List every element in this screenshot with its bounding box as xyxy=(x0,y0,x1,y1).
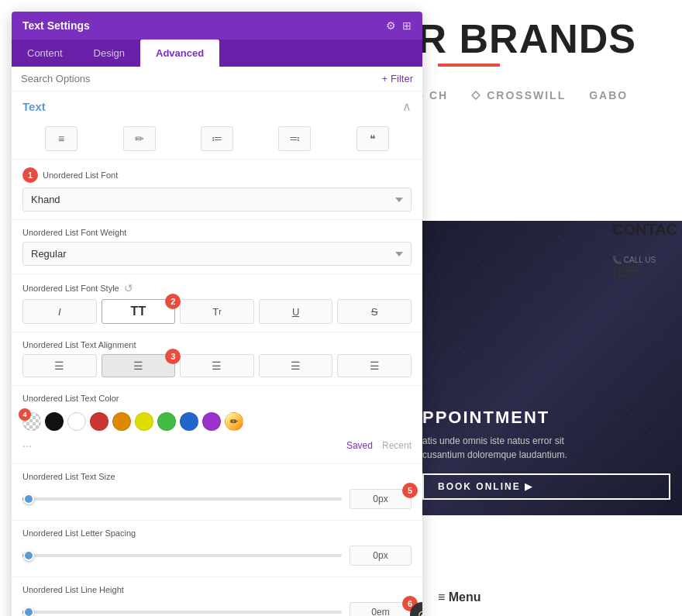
panel-header-icons: ⚙ ⊞ xyxy=(386,19,412,32)
field-unordered-list-font: 1 Unordered List Font Khand Arial Roboto xyxy=(12,160,422,220)
field-label-line-height: Unordered List Line Height xyxy=(22,585,412,594)
bg-appointment-title: PPOINTMENT xyxy=(422,408,670,428)
filter-label: Filter xyxy=(391,73,413,84)
field-font-style: Unordered List Font Style ↺ I TT 2 Tr U … xyxy=(12,274,422,332)
reset-icon[interactable]: ↺ xyxy=(124,282,133,294)
align-left[interactable]: ☰ xyxy=(22,354,97,377)
text-settings-panel: Text Settings ⚙ ⊞ Content Design Advance… xyxy=(12,12,422,616)
panel-header: Text Settings ⚙ ⊞ xyxy=(12,12,422,40)
bg-title: UR BRANDS xyxy=(388,15,636,62)
color-tabs: Saved Recent xyxy=(346,437,412,454)
field-text-alignment: Unordered List Text Alignment ☰ ☰ 3 ☰ ☰ … xyxy=(12,332,422,386)
text-section-header[interactable]: Text ∧ xyxy=(12,91,422,122)
style-btn-italic[interactable]: I xyxy=(22,299,97,324)
bg-red-line xyxy=(438,64,500,67)
format-icon-pen[interactable]: ✏ xyxy=(123,126,156,151)
align-right[interactable]: ☰ xyxy=(180,354,254,377)
section-toggle-icon: ∧ xyxy=(402,99,412,114)
slider-thumb-spacing[interactable] xyxy=(23,550,34,561)
color-tab-recent[interactable]: Recent xyxy=(382,440,412,451)
field-line-height: Unordered List Line Height 6 xyxy=(12,577,422,616)
format-icon-ordered[interactable]: ≕ xyxy=(278,126,311,151)
panel-title: Text Settings xyxy=(22,19,90,32)
color-white[interactable] xyxy=(67,412,86,431)
slider-text-size: 5 xyxy=(22,486,412,512)
field-font-weight: Unordered List Font Weight Regular Bold … xyxy=(12,220,422,274)
bg-logo-1: ⬧ CH xyxy=(418,89,448,102)
style-buttons: I TT 2 Tr U S xyxy=(22,299,412,324)
label-text-style: Unordered List Font Style xyxy=(22,284,119,293)
align-none[interactable]: ☰ xyxy=(337,354,412,377)
color-purple[interactable] xyxy=(202,412,221,431)
field-label-font: 1 Unordered List Font xyxy=(22,167,412,183)
badge-1: 1 xyxy=(22,167,38,183)
format-icon-list[interactable]: ≔ xyxy=(201,126,233,151)
style-btn-bold[interactable]: TT 2 xyxy=(102,299,176,324)
tab-design[interactable]: Design xyxy=(78,40,140,67)
tab-content[interactable]: Content xyxy=(12,40,78,67)
bg-phone-section: 📞 CALL US (255 xyxy=(612,256,656,280)
align-buttons: ☰ ☰ 3 ☰ ☰ ☰ xyxy=(22,354,412,377)
label-text: Unordered List Font xyxy=(43,170,118,180)
format-icon-quote[interactable]: ❝ xyxy=(356,126,389,151)
more-colors-icon[interactable]: ··· xyxy=(22,439,32,452)
expand-icon[interactable]: ⊞ xyxy=(402,19,412,32)
color-orange[interactable] xyxy=(112,412,131,431)
style-btn-underline[interactable]: U xyxy=(259,299,333,324)
badge-2: 2 xyxy=(165,294,181,309)
color-yellow[interactable] xyxy=(135,412,153,431)
align-justify[interactable]: ☰ xyxy=(259,354,333,377)
bg-menu-footer[interactable]: ≡ Menu xyxy=(438,590,481,604)
field-text-color: Unordered List Text Color 4 ✏ ··· Saved xyxy=(12,386,422,464)
bg-logos: ⬧ CH CROSSWILL GABO xyxy=(418,89,628,102)
settings-icon[interactable]: ⚙ xyxy=(386,19,396,32)
tab-advanced[interactable]: Advanced xyxy=(140,40,219,67)
field-label-style: Unordered List Font Style ↺ xyxy=(22,282,412,294)
svg-marker-0 xyxy=(472,91,480,99)
color-row: 4 ✏ xyxy=(22,408,412,435)
field-letter-spacing: Unordered List Letter Spacing xyxy=(12,521,422,577)
color-tab-saved[interactable]: Saved xyxy=(346,440,373,451)
slider-track-line-height[interactable] xyxy=(22,611,342,614)
slider-track-spacing[interactable] xyxy=(22,554,342,557)
bg-contact-title: CONTAC xyxy=(612,221,677,239)
panel-body: Text ∧ ≡ ✏ ≔ ≕ ❝ 1 Unordered List Font K… xyxy=(12,91,422,616)
panel-tabs: Content Design Advanced xyxy=(12,40,422,67)
badge-3: 3 xyxy=(165,349,181,364)
field-label-align: Unordered List Text Alignment xyxy=(22,340,412,349)
slider-letter-spacing xyxy=(22,542,412,569)
field-label-color: Unordered List Text Color xyxy=(22,394,412,403)
font-weight-select[interactable]: Regular Bold Light xyxy=(22,242,412,266)
field-label-weight: Unordered List Font Weight xyxy=(22,228,412,237)
badge-5: 5 xyxy=(402,483,418,498)
field-label-spacing: Unordered List Letter Spacing xyxy=(22,528,412,538)
filter-plus-icon: + xyxy=(382,73,388,84)
color-black[interactable] xyxy=(45,412,64,431)
color-transparent[interactable]: 4 xyxy=(22,412,41,431)
slider-line-height: 6 xyxy=(22,599,412,616)
style-btn-strikethrough[interactable]: S xyxy=(337,299,412,324)
color-blue[interactable] xyxy=(180,412,198,431)
field-label-size: Unordered List Text Size xyxy=(22,472,412,481)
color-custom[interactable]: ✏ xyxy=(225,412,243,431)
search-bar: + Filter xyxy=(12,67,422,91)
badge-4: 4 xyxy=(19,408,31,421)
bg-logo-3: GABO xyxy=(589,89,628,102)
search-input[interactable] xyxy=(21,73,376,84)
bg-logo-2: CROSSWILL xyxy=(471,89,566,102)
color-green[interactable] xyxy=(157,412,176,431)
bg-appointment-text: atis unde omnis iste natus error sitcusa… xyxy=(422,434,670,462)
spacing-input[interactable] xyxy=(350,545,412,566)
slider-thumb-line-height[interactable] xyxy=(23,607,34,616)
field-text-size: Unordered List Text Size 5 xyxy=(12,464,422,521)
style-btn-smallcaps[interactable]: Tr xyxy=(180,299,254,324)
filter-button[interactable]: + Filter xyxy=(382,73,413,84)
align-center[interactable]: ☰ 3 xyxy=(102,354,176,377)
format-icons-row: ≡ ✏ ≔ ≕ ❝ xyxy=(12,122,422,160)
slider-thumb-size[interactable] xyxy=(23,494,34,504)
bg-book-button[interactable]: BOOK ONLINE ▶ xyxy=(422,473,670,500)
color-red[interactable] xyxy=(90,412,108,431)
slider-track-size[interactable] xyxy=(22,497,342,501)
format-icon-align[interactable]: ≡ xyxy=(45,126,78,151)
font-select[interactable]: Khand Arial Roboto xyxy=(22,188,412,212)
